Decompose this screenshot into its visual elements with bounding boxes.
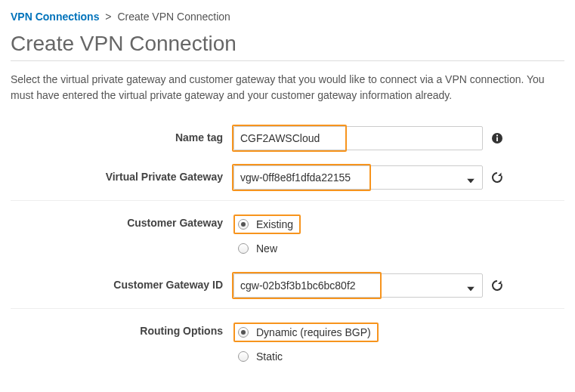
radio-existing-label: Existing	[256, 218, 293, 230]
row-name-tag: Name tag CGF2AWSCloud	[11, 126, 564, 150]
cgw-id-select[interactable]: cgw-02b3f3b1bc6bc80f2	[233, 273, 483, 298]
row-vpg: Virtual Private Gateway vgw-0ff8e8f1dfda…	[11, 165, 564, 190]
chevron-down-icon	[467, 173, 475, 185]
cgw-id-value: cgw-02b3f3b1bc6bc80f2	[240, 279, 356, 292]
breadcrumb-current: Create VPN Connection	[117, 11, 230, 23]
svg-point-2	[496, 134, 498, 136]
label-cgw-id: Customer Gateway ID	[11, 273, 233, 291]
breadcrumb-root-link[interactable]: VPN Connections	[11, 11, 99, 23]
row-routing: Routing Options Dynamic (requires BGP) S…	[11, 319, 564, 366]
radio-static-label: Static	[256, 350, 283, 363]
refresh-icon[interactable]	[490, 171, 504, 184]
name-tag-value: CGF2AWSCloud	[240, 132, 320, 144]
radio-icon	[238, 327, 249, 338]
vpg-value: vgw-0ff8e8f1dfda22155	[240, 171, 351, 184]
vpg-select[interactable]: vgw-0ff8e8f1dfda22155	[233, 165, 483, 190]
info-icon[interactable]	[490, 131, 504, 145]
section-divider-2	[11, 308, 564, 309]
radio-new-label: New	[256, 242, 277, 255]
row-cgw-id: Customer Gateway ID cgw-02b3f3b1bc6bc80f…	[11, 273, 564, 298]
breadcrumb: VPN Connections > Create VPN Connection	[11, 11, 564, 23]
title-divider	[11, 60, 564, 61]
radio-new[interactable]: New	[233, 239, 301, 258]
name-tag-input[interactable]: CGF2AWSCloud	[233, 126, 483, 150]
radio-existing[interactable]: Existing	[233, 215, 301, 234]
section-divider-1	[11, 200, 564, 201]
svg-rect-1	[496, 137, 498, 141]
radio-icon	[238, 243, 249, 254]
radio-icon	[238, 351, 249, 362]
chevron-down-icon	[467, 281, 475, 293]
page-description: Select the virtual private gateway and c…	[11, 72, 564, 103]
label-name-tag: Name tag	[11, 126, 233, 144]
radio-dynamic[interactable]: Dynamic (requires BGP)	[233, 323, 379, 342]
label-customer-gateway: Customer Gateway	[11, 211, 233, 229]
radio-icon	[238, 219, 249, 230]
radio-static[interactable]: Static	[233, 347, 379, 366]
label-vpg: Virtual Private Gateway	[11, 165, 233, 183]
breadcrumb-sep: >	[105, 11, 111, 23]
label-routing: Routing Options	[11, 319, 233, 337]
refresh-icon[interactable]	[490, 279, 504, 292]
routing-radio-group: Dynamic (requires BGP) Static	[233, 319, 379, 366]
customer-gateway-radio-group: Existing New	[233, 211, 301, 258]
radio-dynamic-label: Dynamic (requires BGP)	[256, 326, 371, 338]
page-title: Create VPN Connection	[11, 32, 564, 56]
row-customer-gateway: Customer Gateway Existing New	[11, 211, 564, 258]
